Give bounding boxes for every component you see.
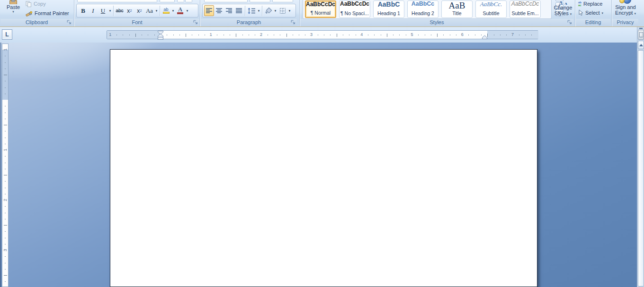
highlight-dropdown-arrow[interactable]: ▾ bbox=[171, 5, 175, 16]
underline-dropdown-arrow[interactable]: ▾ bbox=[108, 5, 112, 16]
sort-show-hide-buttons-partial[interactable] bbox=[272, 0, 293, 2]
style-item-subtle-em-[interactable]: AaBbCcDcSubtle Em... bbox=[510, 0, 541, 18]
clipboard-group-label: Clipboard bbox=[26, 19, 48, 25]
ruler-tick bbox=[230, 35, 230, 35]
style-item-heading-1[interactable]: AaBbCHeading 1 bbox=[373, 0, 404, 18]
shading-dropdown-arrow[interactable]: ▾ bbox=[273, 5, 277, 16]
vertical-ruler[interactable]: 1123 bbox=[2, 43, 9, 287]
ruler-tick bbox=[5, 263, 6, 263]
list-buttons-partial[interactable] bbox=[204, 0, 248, 2]
ruler-tick bbox=[337, 34, 337, 37]
ruler-tick bbox=[5, 144, 6, 144]
paste-dropdown-arrow[interactable]: ▾ bbox=[3, 10, 24, 13]
copy-button[interactable]: Copy bbox=[26, 0, 46, 8]
underline-button[interactable]: U bbox=[98, 5, 108, 16]
font-dialog-launcher-icon[interactable] bbox=[193, 19, 198, 25]
replace-button[interactable]: ab ac Replace bbox=[578, 0, 602, 8]
style-item-title[interactable]: AaBTitle bbox=[441, 0, 473, 18]
separator bbox=[160, 6, 160, 16]
align-left-button[interactable] bbox=[204, 5, 214, 16]
tab-stop-selector-button[interactable]: L bbox=[2, 29, 12, 40]
style-item-heading-2[interactable]: AaBbCcHeading 2 bbox=[407, 0, 438, 18]
split-window-handle[interactable] bbox=[639, 28, 643, 29]
select-button[interactable]: Select ▾ bbox=[578, 9, 603, 17]
ruler-tick bbox=[5, 87, 6, 88]
font-name-combo-partial[interactable] bbox=[77, 0, 157, 2]
ruler-tick bbox=[356, 35, 356, 35]
ruler-tick bbox=[135, 34, 136, 37]
ruler-tick bbox=[299, 35, 299, 35]
paragraph-buttons-panel: ▾ ▾ ▾ bbox=[202, 4, 296, 17]
justify-button[interactable] bbox=[234, 5, 244, 16]
change-styles-icon: AA bbox=[555, 0, 571, 5]
paragraph-dialog-launcher-icon[interactable] bbox=[290, 19, 296, 25]
styles-dialog-launcher-icon[interactable] bbox=[567, 19, 572, 25]
select-cursor-icon bbox=[578, 9, 583, 16]
line-spacing-dropdown-arrow[interactable]: ▾ bbox=[257, 5, 261, 16]
ruler-tick bbox=[368, 35, 368, 35]
font-group-footer: Font bbox=[75, 19, 199, 26]
format-painter-label: Format Painter bbox=[35, 10, 69, 16]
ruler-tick bbox=[5, 81, 6, 81]
ruler-toggle-button[interactable] bbox=[638, 30, 644, 40]
paste-button[interactable]: Paste ▾ bbox=[3, 0, 24, 18]
font-color-dropdown-arrow[interactable]: ▾ bbox=[185, 5, 189, 16]
strikethrough-button[interactable]: abc bbox=[115, 5, 125, 16]
shrink-font-button-partial[interactable] bbox=[185, 0, 192, 2]
privacy-group-label: Privacy bbox=[617, 19, 634, 25]
grow-font-button-partial[interactable] bbox=[177, 0, 184, 2]
font-size-combo-partial[interactable] bbox=[160, 0, 175, 2]
ruler-tick bbox=[142, 35, 142, 35]
line-spacing-button[interactable] bbox=[246, 5, 257, 16]
borders-button[interactable] bbox=[277, 5, 287, 16]
line-spacing-icon bbox=[247, 8, 256, 14]
ruler-tick bbox=[349, 35, 349, 35]
horizontal-ruler[interactable]: 11234567 bbox=[107, 30, 538, 39]
select-label: Select bbox=[585, 10, 600, 16]
style-label: Heading 1 bbox=[374, 10, 404, 16]
ruler-tick: 3 bbox=[310, 32, 313, 37]
separator bbox=[113, 6, 114, 16]
ruler-tick bbox=[318, 35, 318, 35]
font-color-button[interactable]: A bbox=[175, 5, 185, 16]
vertical-scrollbar[interactable] bbox=[637, 27, 644, 287]
font-group-label: Font bbox=[132, 19, 142, 25]
ruler-tick bbox=[450, 35, 450, 35]
subscript-button[interactable]: x2 bbox=[125, 5, 134, 16]
ribbon-group-clipboard: Paste ▾ Copy Format Painter Clipboa bbox=[0, 0, 73, 26]
sign-and-encrypt-button[interactable]: Sign and Encrypt ▾ bbox=[613, 0, 638, 19]
change-case-dropdown-arrow[interactable]: ▾ bbox=[154, 5, 159, 16]
clipboard-dialog-launcher-icon[interactable] bbox=[66, 19, 72, 25]
style-preview: AaBbC bbox=[374, 0, 404, 8]
ruler-tick bbox=[224, 35, 224, 35]
style-preview: AaBbCc bbox=[408, 0, 438, 7]
style-item-subtitle[interactable]: AaBbCc.Subtitle bbox=[475, 0, 507, 18]
indent-buttons-partial[interactable] bbox=[250, 0, 270, 2]
editing-group-label: Editing bbox=[585, 19, 601, 25]
style-item--normal[interactable]: AaBbCcDc¶ Normal bbox=[305, 0, 336, 18]
indent-markers[interactable] bbox=[157, 31, 164, 40]
change-styles-button[interactable]: AA Change Styles ▾ bbox=[553, 0, 573, 19]
align-center-button[interactable] bbox=[214, 5, 224, 16]
bold-button[interactable]: B bbox=[78, 5, 88, 16]
shading-button[interactable] bbox=[263, 5, 273, 16]
highlight-button[interactable]: ab bbox=[161, 5, 171, 16]
scroll-up-button[interactable] bbox=[638, 41, 644, 49]
ruler-tick bbox=[205, 35, 205, 35]
ribbon-group-privacy: Sign and Encrypt ▾ Privacy bbox=[611, 0, 639, 26]
separator bbox=[245, 6, 245, 16]
ruler-tick bbox=[381, 35, 381, 35]
italic-button[interactable]: I bbox=[88, 5, 98, 16]
scrollbar-thumb[interactable] bbox=[638, 50, 644, 287]
superscript-button[interactable]: x2 bbox=[134, 5, 144, 16]
borders-dropdown-arrow[interactable]: ▾ bbox=[287, 5, 292, 16]
ruler-tick: 3 bbox=[3, 248, 8, 252]
document-page[interactable] bbox=[110, 49, 537, 287]
ruler-tick bbox=[186, 34, 186, 37]
change-case-button[interactable]: Aa bbox=[144, 5, 154, 16]
align-right-button[interactable] bbox=[224, 5, 234, 16]
style-label: Subtitle bbox=[476, 10, 506, 16]
format-painter-button[interactable]: Format Painter bbox=[26, 9, 69, 17]
style-item--no-spaci-[interactable]: AaBbCcDc¶ No Spaci... bbox=[339, 0, 370, 18]
ruler-tick: 2 bbox=[3, 198, 8, 202]
